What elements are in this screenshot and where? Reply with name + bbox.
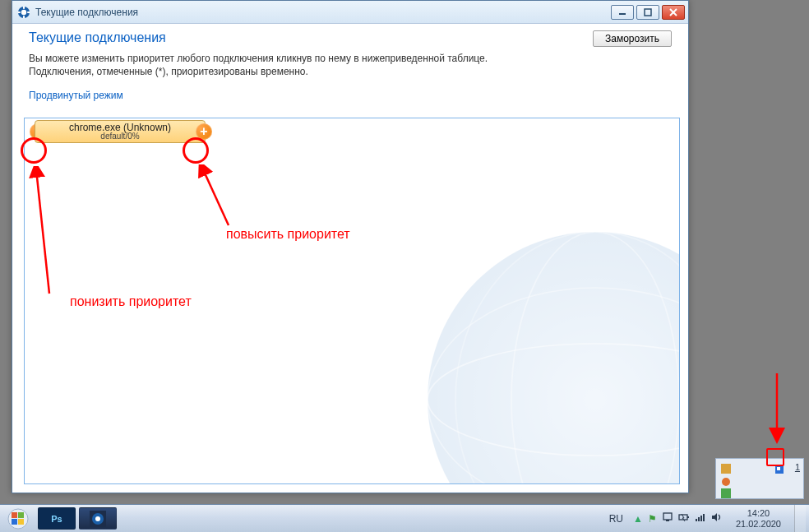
maximize-button[interactable]	[636, 5, 659, 20]
tray-power-icon[interactable]	[678, 511, 690, 525]
app-window: Текущие подключения Текущие подключения …	[12, 0, 689, 493]
desc-line2: Подключения, отмеченные (*), приоритезир…	[29, 65, 672, 78]
tray-popup-icon-2[interactable]	[721, 477, 731, 487]
svg-rect-20	[721, 488, 731, 498]
taskbar-app-photoshop[interactable]: Ps	[38, 507, 76, 530]
connections-panel: − chrome.exe (Unknown) default/0% +	[24, 118, 680, 484]
tray-popup-icon-3[interactable]	[721, 488, 731, 498]
svg-rect-27	[18, 519, 24, 525]
svg-rect-7	[645, 9, 651, 16]
taskbar-clock[interactable]: 14:20 21.02.2020	[731, 507, 786, 530]
close-button[interactable]	[662, 5, 685, 20]
system-tray: ▲ ⚑	[633, 511, 723, 525]
svg-rect-26	[12, 519, 17, 525]
titlebar[interactable]: Текущие подключения	[12, 1, 688, 24]
language-indicator[interactable]: RU	[609, 513, 623, 525]
svg-rect-34	[666, 520, 669, 521]
connection-meta: default/0%	[100, 132, 139, 141]
show-desktop-button[interactable]	[794, 505, 806, 533]
taskbar-app-netbalancer[interactable]	[79, 507, 117, 530]
header: Текущие подключения Заморозить Вы можете…	[17, 25, 683, 106]
tray-popup-count[interactable]: 1	[795, 462, 800, 472]
client-area: Текущие подключения Заморозить Вы можете…	[17, 25, 683, 488]
tray-popup[interactable]: 1	[715, 458, 804, 499]
increase-priority-button[interactable]: +	[196, 123, 212, 140]
svg-rect-18	[721, 464, 731, 474]
svg-rect-2	[23, 6, 25, 8]
svg-rect-38	[698, 517, 700, 521]
svg-rect-36	[687, 516, 689, 518]
tray-signal-icon[interactable]	[695, 511, 706, 525]
svg-rect-25	[18, 512, 24, 518]
svg-point-1	[21, 9, 26, 14]
svg-rect-40	[703, 514, 705, 521]
globe-decoration	[400, 204, 679, 483]
clock-time: 14:20	[747, 508, 770, 518]
tray-chevron-icon[interactable]: ▲	[633, 513, 643, 525]
advanced-mode-link[interactable]: Продвинутый режим	[29, 90, 123, 101]
tray-popup-app-icon[interactable]	[774, 464, 785, 478]
window-title: Текущие подключения	[35, 7, 138, 18]
page-title: Текущие подключения	[29, 30, 593, 45]
svg-point-19	[722, 478, 730, 486]
clock-date: 21.02.2020	[736, 519, 781, 529]
description: Вы можете изменить приоритет любого подк…	[29, 52, 672, 78]
minimize-button[interactable]	[611, 5, 634, 20]
freeze-button[interactable]: Заморозить	[593, 30, 672, 47]
svg-rect-37	[696, 519, 697, 521]
svg-rect-33	[663, 513, 672, 520]
desc-line1: Вы можете изменить приоритет любого подк…	[29, 52, 672, 65]
svg-rect-4	[18, 12, 21, 13]
tray-flag-icon[interactable]: ⚑	[648, 513, 657, 525]
svg-point-32	[95, 516, 100, 521]
taskbar-right: RU ▲ ⚑ 14:20 21.02.2020	[606, 505, 809, 532]
tray-popup-icon-1[interactable]	[721, 464, 731, 474]
svg-rect-5	[27, 12, 30, 13]
svg-rect-24	[12, 512, 17, 518]
tray-network-icon[interactable]	[662, 511, 673, 525]
svg-rect-22	[777, 467, 780, 470]
taskbar[interactable]: Ps RU ▲ ⚑ 14:20 21.02	[0, 504, 809, 532]
svg-rect-39	[700, 516, 702, 521]
tray-volume-icon[interactable]	[711, 511, 723, 525]
annotation-arrow-tray	[765, 370, 797, 444]
connection-pill[interactable]: chrome.exe (Unknown) default/0%	[35, 120, 206, 143]
connection-row[interactable]: − chrome.exe (Unknown) default/0% +	[25, 118, 679, 145]
start-button[interactable]	[0, 505, 36, 532]
svg-point-10	[428, 232, 679, 483]
svg-rect-3	[23, 16, 25, 18]
window-controls	[611, 5, 685, 20]
app-icon	[17, 6, 30, 19]
svg-text:Ps: Ps	[51, 514, 62, 524]
